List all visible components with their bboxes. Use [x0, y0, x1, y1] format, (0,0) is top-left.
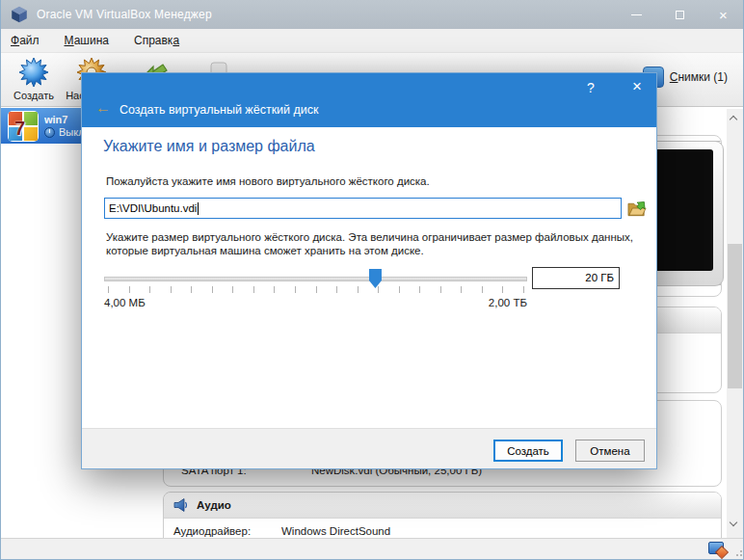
audio-icon [173, 497, 189, 513]
dialog-footer: Создать Отмена [82, 428, 656, 468]
new-vm-icon [18, 57, 49, 88]
size-value-input[interactable]: 20 ГБ [532, 267, 620, 289]
minimize-button[interactable] [615, 0, 658, 29]
cancel-button[interactable]: Отмена [575, 440, 645, 462]
audio-driver-value: Windows DirectSound [281, 525, 390, 537]
dialog-close-button[interactable]: × [625, 77, 649, 96]
audio-driver-label: Аудиодрайвер: [173, 525, 278, 537]
virtualbox-logo-icon [10, 5, 29, 24]
statusbar [1, 538, 744, 559]
text-caret [198, 202, 199, 215]
close-button[interactable]: × [702, 0, 744, 29]
create-button[interactable]: Создать [493, 440, 563, 462]
toolbar-new-label: Создать [7, 90, 61, 101]
menu-machine[interactable]: Машина [53, 30, 120, 51]
create-virtual-disk-dialog: ← Создать виртуальный жёсткий диск ? × У… [81, 72, 657, 469]
file-path-input[interactable]: E:\VDI\Ubuntu.vdi [104, 198, 622, 219]
slider-track[interactable] [104, 277, 527, 281]
menu-help[interactable]: Справка [122, 30, 191, 51]
maximize-icon [676, 11, 684, 19]
size-slider[interactable] [104, 268, 527, 288]
dialog-header: ← Создать виртуальный жёсткий диск ? × [82, 73, 656, 127]
menu-file[interactable]: Файл [1, 30, 51, 51]
scrollbar-thumb[interactable] [728, 244, 742, 388]
details-scrollbar[interactable] [727, 109, 743, 538]
maximize-button[interactable] [658, 0, 702, 29]
slider-max-label: 2,00 ТБ [469, 297, 527, 308]
slider-min-label: 4,00 МБ [104, 297, 146, 308]
slider-handle[interactable] [369, 269, 382, 288]
toolbar-snapshots-label: Снимки (1) [670, 70, 728, 84]
minimize-icon [631, 14, 642, 15]
power-state-icon [44, 127, 55, 138]
file-path-value: E:\VDI\Ubuntu.vdi [109, 202, 197, 214]
slider-ticks [104, 286, 527, 294]
help-button[interactable]: ? [581, 80, 600, 95]
window-title: Oracle VM VirtualBox Менеджер [37, 8, 212, 21]
toolbar-new-button[interactable]: Создать [7, 57, 61, 101]
scroll-up-icon[interactable] [731, 115, 738, 122]
virtualbox-main-window: Oracle VM VirtualBox Менеджер × Файл Маш… [0, 0, 744, 560]
disk-size-prompt: Укажите размер виртуального жёсткого дис… [106, 230, 651, 257]
dialog-title: Создать виртуальный жёсткий диск [120, 103, 319, 117]
display-status-icon [708, 542, 724, 554]
windows7-os-icon: 7 [8, 111, 39, 142]
audio-section-title: Аудио [197, 499, 231, 511]
folder-browse-icon [627, 200, 648, 218]
dialog-heading: Укажите имя и размер файла [103, 138, 315, 155]
menubar: Файл Машина Справка [1, 29, 744, 53]
scroll-down-icon[interactable] [731, 520, 738, 528]
file-name-prompt: Пожалуйста укажите имя нового виртуально… [106, 175, 430, 187]
titlebar: Oracle VM VirtualBox Менеджер × [1, 0, 744, 29]
resize-grip[interactable] [732, 547, 742, 556]
back-arrow-icon[interactable]: ← [95, 100, 111, 116]
browse-file-button[interactable] [626, 198, 648, 219]
